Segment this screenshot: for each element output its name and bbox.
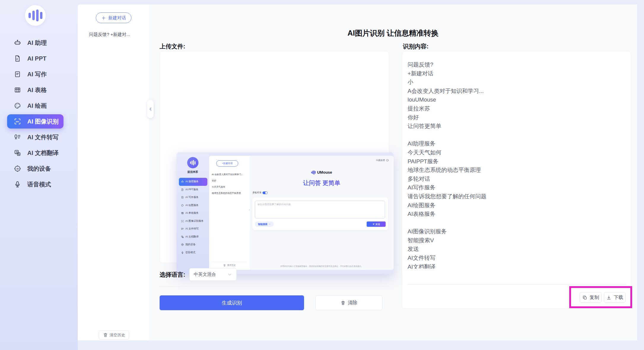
preview-menu-label: 语音模式 [185,251,195,254]
robot-icon [181,180,184,183]
sidebar-nav: AI 助理 P AI PPT AI 写作 AI 表格 [7,36,71,193]
upload-section-label: 上传文件: [160,42,185,50]
preview-chat-panel: +新建对话 AI 会改变人类对于知识和学习... 你好 今天天气如何 地球生态系… [209,156,250,270]
svg-text:ocr: ocr [182,221,183,222]
preview-menu-item: AI 表格服务 [179,209,207,217]
preview-toggle-label: 多轮对话 [252,191,261,194]
sidebar-item-voice-mode[interactable]: 语音模式 [7,177,63,191]
svg-text:ocr: ocr [16,121,19,123]
preview-menu-item: 语音模式 [179,249,207,257]
copy-icon [582,295,587,300]
translate-icon: 文A [14,149,21,157]
preview-menu-item: AI 我的设备 [179,241,207,249]
preview-input-card: 请告诉我您想要了解的任何问题 智能搜索 发送 [252,197,388,230]
conversation-history-item[interactable]: 问题反馈? +新建对... [89,31,142,38]
recognized-line: +新建对话 [408,69,621,78]
recognized-line: 今天天气如何 [408,148,621,157]
recognized-text: 问题反馈? +新建对话 小 A会改变人类对于知识和学习... louUMouse… [408,60,621,269]
clear-button-label: 清除 [348,300,357,306]
sidebar-item-ai-image-recognition[interactable]: ocr AI 图像识别 [7,114,63,129]
sidebar-item-ai-ppt[interactable]: P AI PPT [7,51,63,66]
svg-text:?: ? [387,160,388,161]
preview-history-item: 你好 [212,178,248,184]
upload-dropzone[interactable]: 提拉米苏 AI 助理服务 P AI PPT服务 [160,51,389,263]
translate-icon: 文A [181,235,184,238]
recognized-line: 问题反馈? [408,60,621,69]
sidebar-item-ai-doc-translate[interactable]: 文A AI 文档翻译 [7,146,63,160]
svg-text:P: P [17,58,18,61]
device-icon: AI [14,165,21,172]
preview-menu-item: 文A AI 文档翻译 [179,233,207,241]
collapse-panel-handle[interactable] [147,100,154,118]
sidebar-item-label: AI 写作 [27,70,47,78]
preview-history: AI 会改变人类对于知识和学习... 你好 今天天气如何 地球生态系统的动态平衡… [212,171,248,196]
clear-history-button[interactable]: 清空历史 [99,330,129,340]
recognized-line: AI绘图服务 [408,201,621,210]
svg-text:AI: AI [16,167,19,170]
table-icon [181,212,184,215]
preview-menu-label: AI 表格服务 [185,211,198,215]
page-title: AI图片识别 让信息精准转换 [149,28,637,38]
preview-brand-name: UMouse [317,170,332,175]
preview-history-item: 今天天气如何 [212,184,248,190]
recognized-line: louUMouse [408,95,621,104]
svg-text:文: 文 [182,236,183,237]
svg-text:A: A [18,153,20,156]
language-select[interactable]: 中英文混合 [189,268,237,281]
copy-button-label: 复制 [590,294,599,301]
palette-icon [181,204,184,207]
robot-icon [14,39,21,47]
plus-icon [101,15,106,20]
sidebar-item-ai-transcription[interactable]: AI 文件转写 [7,130,63,144]
preview-menu-label: AI PPT服务 [185,188,198,191]
recognized-line [408,218,621,227]
recognized-line: 多轮对话 [408,175,621,183]
svg-text:A: A [183,237,183,238]
download-button-label: 下载 [614,294,623,301]
transcribe-icon [181,227,184,230]
doc-icon [181,196,184,199]
preview-brand: UMouse [250,170,394,175]
preview-menu-label: AI 文档翻译 [185,235,198,239]
device-icon: AI [181,243,184,246]
sidebar-item-my-devices[interactable]: AI 我的设备 [7,161,63,176]
sidebar-item-ai-table[interactable]: AI 表格 [7,83,63,97]
chevron-down-icon [227,272,232,277]
preview-menu-label: AI 文件转写 [185,227,198,231]
preview-menu-label: AI 绘图服务 [185,204,198,207]
app-waveform-logo [25,5,46,26]
divider [407,284,626,285]
new-chat-label: 新建对话 [108,15,126,21]
preview-send-label: 发送 [376,223,380,226]
sidebar-item-label: AI 表格 [27,86,47,94]
clear-button[interactable]: 清除 [315,295,382,310]
file-p-icon: P [14,55,21,62]
recognized-line: AI表格服务 [408,210,621,218]
sidebar-item-label: 我的设备 [27,165,51,173]
preview-disclaimer: 所有内容均由人工智能模型输出，其内容的准确性和完整性无法保证，不代表我们的态度或… [250,265,394,268]
preview-menu-item: ocr AI 图像识别服务 [179,217,207,225]
download-button[interactable]: 下载 [604,292,626,303]
preview-menu: AI 助理服务 P AI PPT服务 AI 写作服务 [179,178,207,256]
recognized-line: A会改变人类对于知识和学习... [408,87,621,96]
preview-sidebar: 提拉米苏 AI 助理服务 P AI PPT服务 [176,152,209,274]
recognized-line: 让问答更简单 [408,122,621,131]
sidebar-item-ai-drawing[interactable]: AI 绘画 [7,99,63,113]
preview-menu-item: AI 绘图服务 [179,202,207,210]
chevron-left-icon [148,107,153,112]
preview-menu-item: P AI PPT服务 [179,186,207,194]
language-label: 选择语言: [160,271,185,279]
sidebar-item-label: AI 图像识别 [27,118,59,126]
app-root: AI 助理 P AI PPT AI 写作 AI 表格 [0,0,644,350]
sidebar-item-label: 语音模式 [27,180,51,189]
preview-username: 提拉米苏 [176,170,209,174]
sidebar-item-ai-writing[interactable]: AI 写作 [7,67,63,81]
new-chat-button[interactable]: 新建对话 [96,12,131,23]
sidebar-item-label: AI 文件转写 [27,133,59,141]
sidebar-item-ai-assistant[interactable]: AI 助理 [7,36,63,50]
clear-history-label: 清空历史 [110,332,125,338]
mic-icon [181,251,184,254]
generate-recognition-button[interactable]: 生成识别 [160,295,304,310]
recognized-line: 你好 [408,113,621,122]
copy-button[interactable]: 复制 [580,292,602,303]
